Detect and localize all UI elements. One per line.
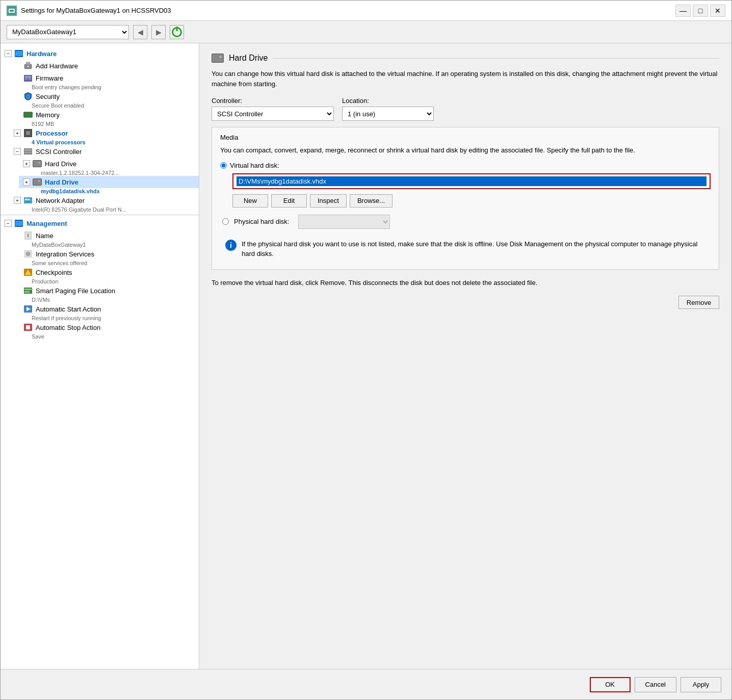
autostart-row[interactable]: Automatic Start Action [10, 303, 199, 315]
new-button[interactable]: New [232, 194, 268, 208]
sidebar-section-hardware[interactable]: − Hardware [1, 47, 199, 60]
memory-row[interactable]: Memory [10, 109, 199, 121]
name-sub: MyDataBoxGateway1 [10, 242, 86, 248]
hdd2-row[interactable]: + Hard Drive [19, 176, 199, 188]
management-children: I Name MyDataBoxGateway1 Integration Ser… [1, 229, 199, 340]
media-desc: You can compact, convert, expand, merge,… [220, 145, 711, 155]
svg-rect-10 [25, 79, 28, 80]
checkpoints-icon [23, 268, 33, 277]
autostart-label: Automatic Start Action [36, 305, 101, 313]
autostop-expander [14, 324, 21, 331]
network-icon [23, 196, 33, 205]
hdd1-icon [32, 159, 42, 168]
memory-label: Memory [36, 111, 60, 119]
sidebar-item-firmware: Firmware Boot entry changes pending [10, 72, 199, 90]
firmware-row[interactable]: Firmware [10, 72, 199, 84]
info-text: If the physical hard disk you want to us… [242, 239, 705, 259]
hdd1-row[interactable]: + Hard Drive [19, 158, 199, 170]
add-hardware-expander [14, 62, 21, 69]
svg-rect-27 [27, 130, 28, 131]
physical-disk-select[interactable] [298, 215, 390, 229]
processor-expander[interactable]: + [14, 129, 21, 137]
hdd1-expander[interactable]: + [23, 160, 30, 167]
vhd-radio[interactable] [220, 162, 227, 169]
svg-rect-35 [25, 199, 27, 200]
svg-rect-26 [30, 134, 31, 134]
management-label: Management [27, 220, 67, 227]
sidebar-item-add-hardware[interactable]: + Add Hardware [10, 60, 199, 72]
physical-radio[interactable] [222, 218, 229, 225]
power-button[interactable] [170, 25, 184, 39]
svg-rect-31 [24, 148, 32, 154]
controller-location-row: Controller: SCSI Controller Location: 1 … [212, 97, 719, 121]
sidebar-item-network: + Network Adapter Intel(R) 82576 Gigabyt… [10, 194, 199, 213]
device-select[interactable]: MyDataBoxGateway1 [7, 25, 129, 39]
controller-select[interactable]: SCSI Controller [212, 107, 334, 121]
name-icon: I [23, 231, 33, 240]
firmware-label: Firmware [36, 74, 63, 82]
info-box: i If the physical hard disk you want to … [220, 235, 711, 263]
memory-icon [23, 110, 33, 119]
integration-label: Integration Services [36, 250, 94, 258]
hardware-icon [14, 49, 24, 58]
sidebar-item-memory: Memory 8192 MB [10, 109, 199, 127]
cancel-button[interactable]: Cancel [635, 677, 676, 692]
physical-radio-label[interactable]: Physical hard disk: [234, 218, 289, 225]
location-select[interactable]: 1 (in use) [342, 107, 434, 121]
autostop-row[interactable]: Automatic Stop Action [10, 321, 199, 333]
processor-sub: 4 Virtual processors [10, 139, 86, 145]
vhd-radio-label[interactable]: Virtual hard disk: [230, 162, 279, 169]
integration-row[interactable]: Integration Services [10, 248, 199, 260]
svg-rect-2 [10, 10, 14, 12]
name-row[interactable]: I Name [10, 229, 199, 242]
forward-button[interactable]: ▶ [151, 25, 166, 39]
svg-rect-20 [31, 116, 32, 118]
physical-disk-row: Physical hard disk: [220, 215, 711, 229]
controller-label: Controller: [212, 97, 334, 105]
ok-button[interactable]: OK [590, 677, 631, 692]
network-expander[interactable]: + [14, 197, 21, 204]
paging-icon [23, 286, 33, 295]
paging-row[interactable]: Smart Paging File Location [10, 284, 199, 297]
svg-rect-23 [25, 132, 26, 133]
vhd-path-input[interactable] [237, 176, 707, 186]
sidebar-section-management[interactable]: − Management [1, 217, 199, 229]
back-button[interactable]: ◀ [133, 25, 147, 39]
inspect-button[interactable]: Inspect [310, 194, 347, 208]
scsi-expander[interactable]: − [14, 148, 21, 155]
svg-rect-25 [30, 132, 31, 133]
svg-rect-18 [27, 116, 28, 118]
vhd-input-box [232, 173, 711, 189]
name-expander [14, 232, 21, 239]
hdd1-sub: master.1.2.18252.1-304-2472... [19, 170, 119, 176]
panel-title: Hard Drive [229, 54, 268, 63]
svg-rect-36 [28, 199, 30, 200]
network-row[interactable]: + Network Adapter [10, 194, 199, 206]
processor-row[interactable]: + Processor [10, 127, 199, 139]
scsi-row[interactable]: − SCSI Controller [10, 145, 199, 158]
security-row[interactable]: Security [10, 90, 199, 102]
sidebar-item-hdd1: + Hard Drive master.1.2.18252.1-304-2472… [19, 158, 199, 176]
browse-button[interactable]: Browse... [350, 194, 393, 208]
svg-rect-32 [24, 149, 32, 151]
location-label: Location: [342, 97, 434, 105]
panel-header: Hard Drive [212, 54, 719, 63]
apply-button[interactable]: Apply [681, 677, 721, 692]
remove-description: To remove the virtual hard disk, click R… [212, 278, 719, 288]
remove-button[interactable]: Remove [678, 296, 719, 309]
close-button[interactable]: ✕ [710, 5, 725, 17]
media-box: Media You can compact, convert, expand, … [212, 127, 719, 270]
firmware-sub: Boot entry changes pending [10, 84, 101, 90]
hdd2-expander[interactable]: + [23, 178, 30, 186]
hardware-expander[interactable]: − [5, 50, 12, 57]
location-group: Location: 1 (in use) [342, 97, 434, 121]
info-icon: i [225, 240, 237, 251]
minimize-button[interactable]: — [675, 5, 691, 17]
maximize-button[interactable]: □ [693, 5, 708, 17]
svg-rect-39 [25, 201, 31, 202]
hdd2-sub: mydbg1datadisk.vhdx [19, 188, 100, 194]
checkpoints-row[interactable]: Checkpoints [10, 266, 199, 278]
management-expander[interactable]: − [5, 220, 12, 227]
network-sub: Intel(R) 82576 Gigabyte Dual Port N... [10, 206, 126, 213]
edit-button[interactable]: Edit [271, 194, 307, 208]
